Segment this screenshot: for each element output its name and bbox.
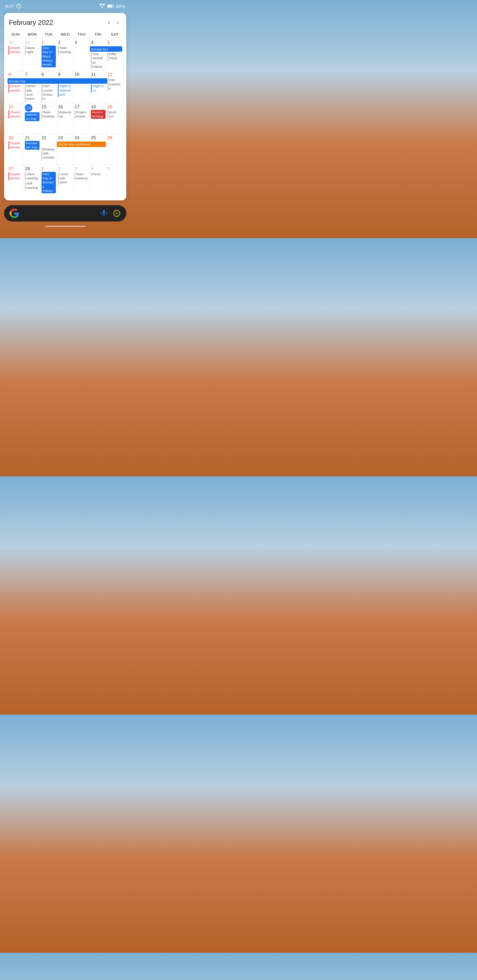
calendar-card: February 2022 ‹ › SUN MON TUE WED THU FR… [4, 13, 126, 200]
day-feb6[interactable]: 6 Church service [8, 71, 24, 102]
week-row-2: Europe tour 6 Church service 7 Dinner wi… [8, 71, 123, 103]
event-client-meeting: Client meeting [25, 172, 39, 181]
day-mar1[interactable]: 1 First Day of Women's History [40, 165, 57, 196]
week-row-5: 27 Church service 28 Client meeting staf… [8, 165, 123, 196]
next-month-button[interactable]: › [114, 18, 121, 27]
day-feb4[interactable]: 4 Visit Versailles Palace [90, 39, 106, 70]
week-row-4: Mobile app conference 20 Church service … [8, 134, 123, 165]
day-feb26[interactable]: 26 [107, 134, 123, 165]
search-icons [100, 209, 121, 218]
event-versailles: Visit Versailles Palace [91, 52, 105, 69]
event-flight-la: Flight to LA [91, 84, 105, 93]
event-church: Church service [8, 46, 23, 55]
dow-sun: SUN [8, 31, 24, 38]
week-row-3: 13 Church service 14 Valentine's Day 15 … [8, 103, 123, 134]
day-feb5[interactable]: 5 Eiffel Tower [107, 39, 123, 70]
day-feb15[interactable]: 15 Team meeting [40, 103, 57, 134]
event-project-review: Project review [75, 110, 89, 119]
mobile-conf-span: Mobile app conference [57, 142, 105, 147]
event-staff-meeting: staff meeting [25, 181, 39, 190]
dow-sat: SAT [107, 31, 123, 38]
day-feb9[interactable]: 9 Flight to Switzerland [57, 71, 73, 102]
event-church-27: Church service [8, 172, 23, 181]
day-feb7[interactable]: 7 Dinner with aunt Marie [24, 71, 40, 102]
dow-thu: THU [73, 31, 90, 38]
wifi-icon [99, 4, 105, 8]
day-feb13[interactable]: 13 Church service [8, 103, 24, 134]
day-jan31[interactable]: 31 Movie night [24, 39, 40, 70]
day-feb19[interactable]: 19 Work out [107, 103, 123, 134]
status-icons: 80% [99, 4, 125, 9]
day-jan30[interactable]: 30 Church service [8, 39, 24, 70]
notification-icon [16, 3, 21, 9]
calendar-nav[interactable]: ‹ › [105, 18, 121, 27]
day-feb21[interactable]: 21 Presidents' Day [24, 134, 40, 165]
event-womens-history: First Day of Women's History [41, 172, 56, 194]
event-louvre: Visit Louvre museum [41, 84, 56, 101]
event-grandma: Visit Grandma [108, 78, 122, 91]
event-church-6: Church service [8, 84, 23, 93]
event-church-13: Church service [8, 110, 23, 119]
dow-wed: WED [57, 31, 73, 38]
svg-rect-1 [108, 5, 112, 7]
prev-month-button[interactable]: ‹ [105, 18, 113, 27]
camera-icon[interactable] [113, 209, 121, 218]
dow-mon: MON [24, 31, 40, 38]
event-dinner-aunt: Dinner with aunt Marie [25, 84, 39, 101]
event-team-meeting-3: Team meeting [75, 172, 89, 181]
svg-point-3 [116, 212, 118, 215]
battery-text: 80% [116, 4, 125, 9]
day-feb24[interactable]: 24 [73, 134, 90, 165]
time-display: 8:07 [5, 4, 14, 9]
day-feb28[interactable]: 28 Client meeting staff meeting [24, 165, 40, 196]
day-feb17[interactable]: 17 Project review [73, 103, 90, 134]
svg-rect-2 [113, 5, 114, 7]
day-mar5[interactable]: 5 [107, 165, 123, 196]
day-feb2[interactable]: 2 Team meeting [57, 39, 73, 70]
day-feb25[interactable]: 25 [90, 134, 106, 165]
day-feb14[interactable]: 14 Valentine's Day [24, 103, 40, 134]
day-feb10[interactable]: 10 [73, 71, 90, 102]
days-of-week: SUN MON TUE WED THU FRI SAT [8, 31, 123, 38]
google-logo [10, 208, 19, 218]
day-feb11[interactable]: 11 Flight to LA [90, 71, 106, 102]
day-mar2[interactable]: 2 Lunch with client [57, 165, 73, 196]
europe-tour-span-1: Europe tour [90, 46, 122, 52]
event-valentines: Valentine's Day [25, 112, 39, 121]
calendar-title: February 2022 [9, 19, 53, 27]
day-feb1[interactable]: 1 First Day of Black History Month [40, 39, 57, 70]
europe-tour-span-2: Europe tour [8, 78, 107, 84]
day-mar4[interactable]: 4 Picnic [90, 165, 106, 196]
event-team-meeting-1: Team meeting [58, 46, 72, 55]
day-feb27[interactable]: 27 Church service [8, 165, 24, 196]
day-mar3[interactable]: 3 Team meeting [73, 165, 90, 196]
dow-tue: TUE [40, 31, 57, 38]
event-flight-switz: Flight to Switzerland [58, 84, 72, 97]
event-henry-bday: Henry's birthday [91, 110, 105, 119]
calendar-header: February 2022 ‹ › [8, 18, 123, 27]
event-bowling: Bowling with Jennifer [41, 147, 56, 160]
dow-fri: FRI [90, 31, 106, 38]
day-feb3[interactable]: 3 [73, 39, 90, 70]
day-feb18[interactable]: 18 Henry's birthday [90, 103, 106, 134]
event-team-meeting-15: Team meeting [41, 110, 56, 119]
event-movie: Movie night [25, 46, 39, 55]
event-eiffel: Eiffel Tower [108, 52, 122, 61]
day-feb22[interactable]: 22 Bowling with Jennifer [40, 134, 57, 165]
event-church-20: Church service [8, 141, 23, 150]
day-feb23[interactable]: 23 [57, 134, 73, 165]
day-feb8[interactable]: 8 Visit Louvre museum [40, 71, 57, 102]
battery-icon [107, 4, 114, 8]
day-feb20[interactable]: 20 Church service [8, 134, 24, 165]
event-lunch-client: Lunch with client [58, 172, 72, 185]
mic-icon[interactable] [100, 209, 108, 218]
status-time: 8:07 [5, 3, 21, 9]
home-indicator [45, 226, 86, 227]
week-row-1: Europe tour 30 Church service 31 Movie n… [8, 39, 123, 71]
event-workout: Work out [108, 110, 122, 119]
event-picnic: Picnic [91, 172, 105, 177]
event-presidents-day: Presidents' Day [25, 141, 39, 150]
day-feb16[interactable]: 16 Babershop [57, 103, 73, 134]
search-bar[interactable] [4, 205, 126, 221]
day-feb12[interactable]: 12 Visit Grandma [107, 71, 123, 102]
